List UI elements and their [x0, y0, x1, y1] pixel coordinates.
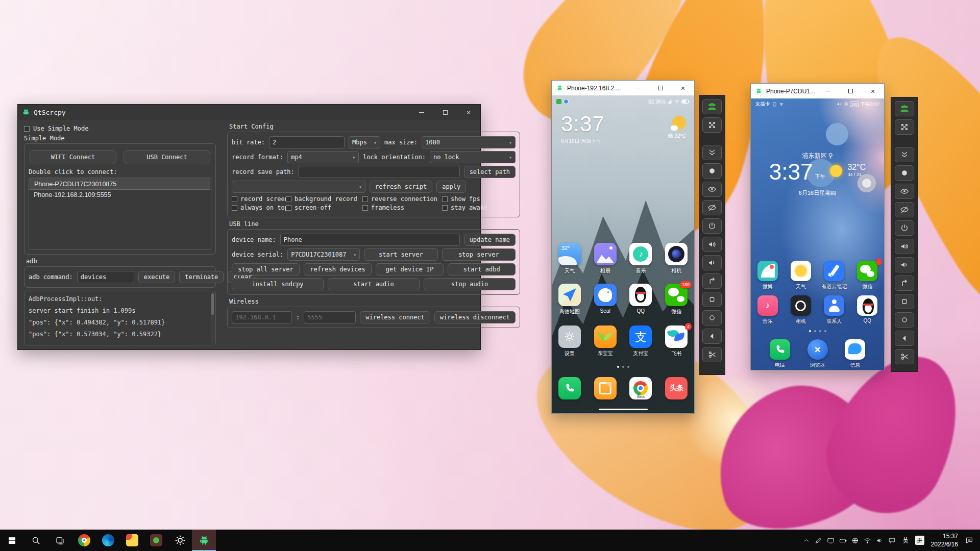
task-view-taskbar-icon[interactable] — [48, 530, 72, 551]
checkbox-show-fps[interactable]: show fps — [442, 195, 516, 203]
phone2-titlebar[interactable]: Phone-P7CDU1... × — [751, 84, 884, 98]
apply-button[interactable]: apply — [436, 181, 466, 193]
app-wechat[interactable]: 微信 — [851, 261, 884, 290]
rotate-button[interactable] — [702, 273, 722, 289]
screen-cut-button[interactable] — [702, 347, 722, 362]
volume-tray-icon[interactable] — [874, 530, 886, 551]
volume-down-button[interactable] — [702, 255, 722, 270]
app-seal[interactable]: Seal — [587, 284, 623, 315]
yellow-app-taskbar-icon[interactable] — [120, 530, 144, 551]
refresh-devices-button[interactable]: refresh devices — [304, 263, 372, 276]
max-size-select[interactable]: 1080▾ — [422, 136, 516, 148]
bit-rate-input[interactable] — [269, 136, 345, 148]
volume-up-button[interactable] — [702, 237, 722, 252]
app-music-pink[interactable]: ♪音乐 — [751, 295, 784, 325]
action-center-button[interactable] — [963, 530, 975, 551]
app-phone-green[interactable]: 电话 — [761, 339, 799, 369]
qtscrcpy-taskbar-icon[interactable] — [192, 530, 216, 551]
wifi-tray-icon[interactable] — [862, 530, 874, 551]
execute-button[interactable]: execute — [138, 271, 176, 283]
app-logo-button[interactable] — [895, 101, 914, 116]
app-youdao[interactable]: 有道云笔记 — [818, 261, 851, 290]
app-contacts[interactable]: 联系人 — [818, 295, 851, 325]
use-simple-mode-checkbox[interactable]: Use Simple Mode — [24, 125, 216, 132]
chat-tray-icon[interactable] — [886, 530, 898, 551]
wireless-connect-button[interactable]: wireless connect — [360, 311, 430, 323]
start-audio-button[interactable]: start audio — [328, 278, 420, 290]
close-button[interactable]: × — [457, 105, 480, 120]
edge-taskbar-icon[interactable] — [96, 530, 120, 551]
volume-up-button[interactable] — [895, 239, 914, 254]
settings-taskbar-icon[interactable] — [168, 530, 192, 551]
stop-server-button[interactable]: stop server — [442, 248, 516, 261]
app-toutiao[interactable]: 头条 — [658, 377, 694, 399]
app-messages[interactable]: 信息 — [836, 339, 874, 369]
device-serial-select[interactable]: P7CDU17C2301087▾ — [287, 248, 360, 261]
minimize-button[interactable] — [410, 105, 433, 120]
rotate-button[interactable] — [895, 276, 914, 291]
lock-orientation-select[interactable]: no lock▾ — [430, 151, 516, 163]
start-server-button[interactable]: start server — [364, 248, 437, 261]
wireless-port-input[interactable] — [304, 311, 356, 323]
qtscrcpy-titlebar[interactable]: QtScrcpy × — [18, 105, 480, 120]
app-camera-mi[interactable]: 相机 — [658, 243, 694, 274]
show-screen-button[interactable] — [895, 184, 914, 199]
assistive-ball[interactable] — [857, 174, 876, 192]
app-alipay[interactable]: 支支付宝 — [623, 325, 659, 357]
app-qq[interactable]: QQ — [851, 295, 884, 325]
adb-command-input[interactable] — [77, 271, 134, 283]
install-sndcpy-button[interactable]: install sndcpy — [232, 278, 324, 290]
checkbox-background-record[interactable]: background record — [286, 195, 360, 203]
phone1-titlebar[interactable]: Phone-192.168.2.... × — [552, 81, 694, 95]
checkbox-record-screen[interactable]: record screen — [232, 195, 284, 203]
update-name-button[interactable]: update name — [464, 234, 516, 246]
phone1-screen[interactable]: 82.3K/s 3:37 6月16日 周四下午 晴 32°C 32°天气相册♪音… — [552, 95, 694, 413]
close-button[interactable]: × — [862, 84, 884, 98]
get-device-IP-button[interactable]: get device IP — [376, 263, 444, 276]
app-logo-button[interactable] — [702, 99, 722, 114]
app-settings-mi[interactable]: 设置 — [552, 325, 587, 357]
app-weather-sun[interactable]: 天气 — [784, 261, 817, 290]
select-path-button[interactable]: select path — [464, 166, 516, 178]
app-amap[interactable]: 高德地图 — [552, 284, 587, 315]
device-list-item[interactable]: Phone-192.168.2.109:5555 — [30, 190, 210, 200]
show-screen-button[interactable] — [702, 182, 722, 197]
checkbox-always-on-top[interactable]: always on top — [232, 204, 284, 211]
chrome-taskbar-icon[interactable] — [72, 530, 96, 551]
checkbox-frameless[interactable]: frameless — [362, 204, 440, 211]
close-screen-button[interactable] — [895, 202, 914, 217]
home-button[interactable] — [702, 310, 722, 325]
phone2-screen[interactable]: 未插卡 100 下午3:37 浦东新区 ⚲ 3:37 下午 32°C 34 / … — [751, 98, 884, 370]
app-weibo[interactable]: 微博 — [751, 261, 784, 290]
app-gallery-orange[interactable] — [587, 377, 623, 399]
fullscreen-button[interactable] — [895, 119, 914, 135]
battery-tray-icon[interactable] — [837, 530, 849, 551]
scrcpy-tool-taskbar-icon[interactable] — [144, 530, 168, 551]
start-adbd-button[interactable]: start adbd — [448, 263, 516, 276]
pen-tray-icon[interactable] — [813, 530, 825, 551]
usb-connect-button[interactable]: USB Connect — [124, 150, 210, 164]
back-button[interactable] — [702, 329, 722, 344]
fullscreen-button[interactable] — [702, 117, 722, 133]
chevron-up-tray-icon[interactable] — [800, 530, 813, 551]
stop-audio-button[interactable]: stop audio — [424, 278, 516, 290]
checkbox-stay-awake[interactable]: stay awake — [442, 204, 516, 211]
app-chrome-beta[interactable]: Beta — [623, 377, 659, 399]
app-camera-dark[interactable]: 相机 — [784, 295, 817, 325]
minimize-button[interactable] — [627, 81, 649, 95]
collapse-button[interactable] — [895, 147, 914, 162]
recents-button[interactable] — [702, 292, 722, 307]
volume-down-button[interactable] — [895, 257, 914, 272]
app-gallery-mi[interactable]: 相册 — [587, 243, 623, 274]
maximize-button[interactable] — [839, 84, 862, 98]
terminate-button[interactable]: terminate — [179, 271, 224, 283]
collapse-button[interactable] — [702, 145, 722, 160]
home-button[interactable] — [895, 312, 914, 328]
app-qinbaobao[interactable]: 亲宝宝 — [587, 325, 623, 357]
app-browser[interactable]: ×浏览器 — [799, 339, 837, 369]
log-scrollbar[interactable] — [211, 292, 214, 344]
back-button[interactable] — [895, 331, 914, 346]
stop-all-server-button[interactable]: stop all server — [232, 263, 300, 276]
recents-button[interactable] — [895, 294, 914, 309]
power-button[interactable] — [702, 218, 722, 234]
